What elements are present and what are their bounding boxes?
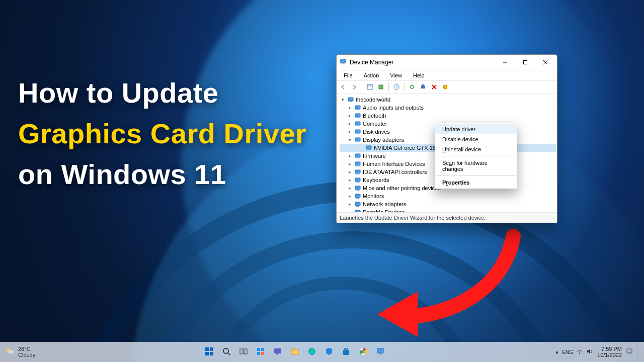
svg-rect-31 [367,150,370,150]
show-desktop-button[interactable] [637,342,640,362]
svg-rect-20 [355,106,360,109]
headline-overlay: How to Update Graphics Card Driver on Wi… [18,72,306,195]
tree-node-label: thecoderworld [356,97,390,103]
chevron-right-icon[interactable]: ▸ [347,186,353,191]
context-menu-item[interactable]: Properties [435,177,517,188]
minimize-button[interactable] [497,57,514,68]
svg-rect-68 [257,352,260,355]
tray-volume-icon[interactable] [586,348,593,356]
chevron-right-icon[interactable]: ▸ [347,177,353,183]
device-manager-icon [340,58,347,66]
toolbar-help-icon[interactable]: ? [392,82,401,92]
tree-node-label: Computer [363,121,387,127]
menu-help[interactable]: Help [408,71,430,79]
toolbar-update-icon[interactable] [419,82,428,92]
svg-rect-35 [356,166,359,166]
taskbar-clock[interactable]: 7:59 PM 10/1/2022 [597,346,622,358]
menu-action[interactable]: Action [359,71,384,79]
display-icon [354,136,361,143]
ide-icon [354,168,361,175]
start-icon [204,346,214,357]
context-menu-item[interactable]: Scan for hardware changes [435,158,517,174]
notifications-icon[interactable] [626,348,633,356]
tree-node[interactable]: ▸Bluetooth [340,112,556,120]
svg-rect-7 [367,84,372,89]
svg-rect-76 [345,348,348,350]
taskbar-app-taskview[interactable] [236,345,251,359]
taskbar-app-search[interactable] [219,345,233,359]
chevron-right-icon[interactable]: ▸ [347,194,353,199]
taskbar-app-chat[interactable] [271,345,285,359]
window-title: Device Manager [350,59,494,66]
tray-wifi-icon[interactable] [576,348,583,356]
chevron-right-icon[interactable]: ▸ [347,113,353,118]
tree-node[interactable]: ▸Network adapters [340,200,556,208]
chevron-right-icon[interactable]: ▸ [347,169,353,174]
tree-node-label: Firmware [363,153,386,159]
tree-node[interactable]: ▸Monitors [340,192,556,200]
toolbar-refresh-icon[interactable] [408,82,417,92]
chevron-down-icon[interactable]: ▾ [347,137,353,142]
headline-line-1: How to Update [18,72,306,113]
tree-node-label: Portable Devices [363,209,405,213]
chevron-down-icon[interactable]: ▾ [340,97,346,102]
menu-bar: File Action View Help [337,70,557,80]
chevron-right-icon[interactable]: ▸ [347,161,353,166]
computer-icon [347,96,354,103]
svg-rect-24 [355,122,360,125]
maximize-button[interactable] [517,57,534,68]
tree-node[interactable]: ▸Audio inputs and outputs [340,104,556,112]
network-icon [354,201,361,208]
svg-rect-58 [205,347,209,351]
svg-rect-42 [355,194,360,198]
menu-file[interactable]: File [339,71,358,79]
forward-button[interactable] [350,82,359,92]
svg-rect-41 [356,190,359,191]
chevron-right-icon[interactable]: ▸ [347,153,353,158]
toolbar: ? [337,80,557,94]
taskbar-app-store[interactable] [339,345,353,359]
back-button[interactable] [339,82,348,92]
weather-icon [5,346,15,357]
taskbar-app-security[interactable] [322,345,336,359]
audio-icon [354,104,361,111]
toolbar-view-icon[interactable] [365,82,374,92]
taskbar-app-start[interactable] [202,345,216,359]
svg-rect-28 [355,138,360,141]
context-menu-item[interactable]: Update driver [435,124,517,134]
taskbar-center [202,345,387,359]
edge-icon [307,347,316,357]
toolbar-enable-icon[interactable] [441,82,450,92]
chevron-right-icon[interactable]: ▸ [347,121,353,126]
taskbar-app-explorer[interactable] [288,345,302,359]
close-button[interactable] [537,57,554,68]
menu-view[interactable]: View [385,71,407,79]
title-bar[interactable]: Device Manager [337,55,557,70]
taskbar-app-devicemgr[interactable] [373,345,387,359]
security-icon [325,347,334,357]
tree-node[interactable]: ▸Portable Devices [340,208,556,213]
chevron-right-icon[interactable]: ▸ [347,202,353,207]
toolbar-disable-icon[interactable] [430,82,439,92]
svg-rect-29 [356,142,359,142]
svg-point-81 [579,352,580,353]
chevron-right-icon[interactable]: ▸ [347,105,353,110]
tree-node[interactable]: ▾thecoderworld [340,96,556,104]
system-tray[interactable]: ▲ ENG [554,348,593,356]
tree-node-label: Human Interface Devices [363,161,425,167]
store-icon [342,347,351,357]
taskbar-app-widgets[interactable] [254,345,268,359]
tray-locale[interactable]: ENG [562,349,573,355]
taskbar-app-edge[interactable] [305,345,319,359]
tray-chevron-icon[interactable]: ▲ [554,349,559,354]
weather-widget[interactable]: 28°C Cloudy [5,346,35,358]
svg-rect-2 [342,64,344,64]
monitor-icon [354,193,361,200]
context-menu-item[interactable]: Uninstall device [435,144,517,154]
context-menu-item[interactable]: Disable device [435,134,517,144]
svg-point-17 [443,85,447,89]
taskbar-app-chrome[interactable] [356,345,370,359]
toolbar-device-icon[interactable] [376,82,385,92]
context-menu: Update driverDisable deviceUninstall dev… [435,123,517,189]
chevron-right-icon[interactable]: ▸ [347,129,353,134]
